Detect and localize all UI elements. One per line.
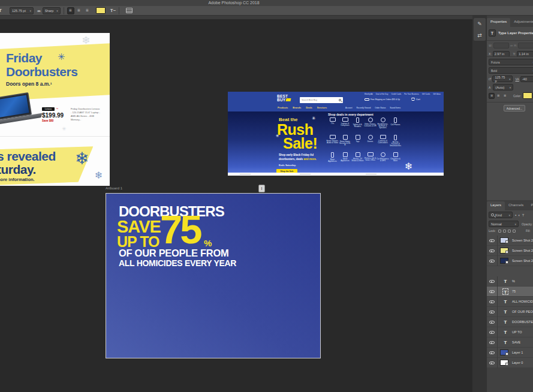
filter-icon[interactable]: ◐ [518,213,520,217]
align-left-button[interactable] [489,93,495,99]
artboard-handle[interactable]: I [258,185,265,192]
layer-row[interactable]: ▾ T ALL HOMICIDES [487,297,533,307]
top-link: Gift Cards [422,93,430,95]
align-left-button[interactable] [67,7,74,14]
lock-transparency-icon[interactable] [498,230,501,233]
tracking-field[interactable]: -40 [520,76,533,82]
layer-row[interactable]: ▾ T Screen Shot 2018-1 [487,256,533,266]
artboard-label[interactable]: Artboard 1 [106,186,122,190]
height-field[interactable] [518,43,533,49]
layer-name[interactable]: Screen Shot 2018-1 [512,239,533,242]
truck-icon [365,98,369,101]
font-family-select[interactable]: Futura [489,59,533,65]
text-orientation-icon[interactable]: T [0,8,7,13]
layer-name[interactable]: SAVE [512,340,520,344]
hero-body-2: doorbusters, deals and more. [279,158,317,161]
visibility-eye-icon[interactable] [489,361,495,364]
font-size-select[interactable]: 125.75 p [492,76,513,82]
blend-mode-select[interactable]: Normal [489,221,519,227]
department-item: Video Games, Consoles & VR [364,117,377,135]
lock-pixels-icon[interactable] [503,230,506,233]
layer-row[interactable]: ▾ T Layer 1 [487,348,533,358]
layer-name[interactable]: Layer 1 [512,351,523,354]
visibility-eye-icon[interactable] [489,310,495,313]
layer-row[interactable]: ▾ T UP TO [487,327,533,337]
tab-paths[interactable]: Paths [527,201,533,210]
flyer-screenshot-layer[interactable]: ❄ Friday ✳ Doorbusters Doors open 8 a.m.… [0,33,110,186]
warp-text-button[interactable]: T~ [110,8,116,13]
visibility-eye-icon[interactable] [489,351,495,354]
link-dimensions-icon[interactable]: ∞ [510,44,513,47]
lock-position-icon[interactable] [508,230,511,233]
anti-alias-select[interactable]: Sharp [43,7,61,14]
artboard-canvas[interactable]: DOORBUSTERS SAVE UP TO 75 % OF OUR PEOPL… [106,193,321,358]
tab-layers[interactable]: Layers [487,201,505,210]
font-style-select[interactable]: Bold [489,67,533,74]
width-field[interactable] [493,43,509,49]
layer-name[interactable]: % [512,279,515,283]
visibility-eye-icon[interactable] [489,300,495,303]
layers-panel: Layers Channels Paths Kind ▪◐T Normal Op… [487,201,533,392]
layer-row[interactable]: ▾ T % [487,276,533,287]
layer-name[interactable]: Screen Shot 2018-1 [512,259,533,263]
department-item: Activity Trackers & Smartwatches [389,135,402,152]
visibility-eye-icon[interactable] [489,249,495,252]
bestbuy-screenshot-layer[interactable]: Weekly AdDeal of the DayCredit CardsFor … [228,92,444,176]
visibility-eye-icon[interactable] [489,290,495,293]
size-row: tT 125.75 p VA -40 [489,76,533,82]
visibility-eye-icon[interactable] [489,280,495,283]
layer-row[interactable]: ▾ T SAVE [487,337,533,348]
department-icon [368,117,373,122]
layer-name[interactable]: OF OUR PEOPLE [512,310,533,313]
layer-row[interactable]: ▾ T 75 [487,287,533,297]
layer-name[interactable]: Screen Shot 2018-1 [512,249,533,252]
snowflake-icon: ✳ [58,52,65,62]
filter-icon[interactable]: T [522,213,525,217]
tool-presets-icon[interactable]: ⇄ [477,32,482,38]
flyer-savings: Save $80 [42,119,53,122]
tab-channels[interactable]: Channels [505,201,527,210]
titlebar: Adobe Photoshop CC 2018 [0,0,533,6]
visibility-eye-icon[interactable] [489,239,495,242]
department-icon [394,135,397,140]
layer-row[interactable]: ▾ T Layer 0 [487,358,533,368]
brush-panel-icon[interactable]: ✎ [477,21,482,27]
layer-row[interactable]: ▾ T OF OUR PEOPLE [487,307,533,317]
align-center-button[interactable] [76,7,83,14]
nav-link: Products [278,106,288,109]
layer-name[interactable]: 75 [512,290,516,293]
align-right-button[interactable] [84,7,91,14]
laptop-image [0,91,43,132]
layer-row[interactable]: ▾ T DOORBUSTERS [487,317,533,327]
advanced-button[interactable]: Advanced... [504,105,525,111]
layer-filter-select[interactable]: Kind [489,212,513,218]
visibility-eye-icon[interactable] [489,341,495,344]
top-link: Weekly Ad [365,93,373,95]
lock-artboard-icon[interactable] [513,230,516,233]
visibility-eye-icon[interactable] [489,331,495,334]
nav-link: Deals [306,106,312,109]
department-icon [356,135,360,140]
visibility-eye-icon[interactable] [489,321,495,324]
leading-select[interactable]: (Auto) [493,84,513,91]
align-center-button[interactable] [495,93,501,99]
layer-row[interactable]: ▾ T Screen Shot 2018-1 [487,246,533,256]
type-color-swatch[interactable] [523,92,532,99]
font-size-select[interactable]: 125.75 pt [10,7,34,14]
window-title: Adobe Photoshop CC 2018 [0,1,468,5]
align-right-button[interactable] [502,93,508,99]
department-icon [380,135,386,139]
layer-name[interactable]: ALL HOMICIDES [512,300,533,303]
layer-name[interactable]: UP TO [512,330,522,334]
tab-properties[interactable]: Properties [487,18,510,27]
toggle-panels-button[interactable] [126,8,133,13]
layer-name[interactable]: DOORBUSTERS [512,320,533,324]
tab-adjustments[interactable]: Adjustments [510,18,533,27]
filter-icon[interactable]: ▪ [515,213,516,217]
layer-name[interactable]: Layer 0 [512,361,523,364]
hero-ends: Ends Saturday. [279,164,296,167]
text-color-swatch[interactable] [96,7,106,14]
bestbuy-nav: ProductsBrandsDealsServices [278,106,327,109]
visibility-eye-icon[interactable] [489,260,495,263]
layer-row[interactable]: ▾ T Screen Shot 2018-1 [487,236,533,246]
